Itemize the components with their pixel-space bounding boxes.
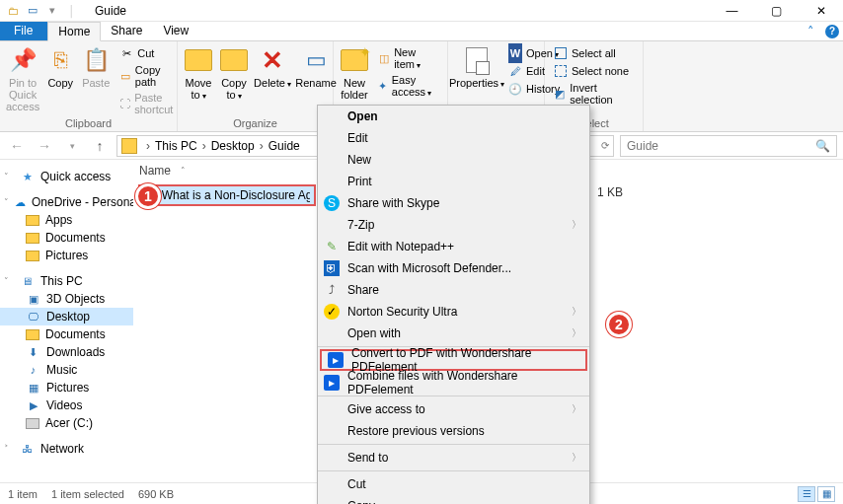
col-name[interactable]: Name˄ xyxy=(139,164,322,178)
select-none-button[interactable]: Select none xyxy=(551,63,637,79)
ctx-sendto[interactable]: Send to〉 xyxy=(318,447,589,468)
invert-selection-button[interactable]: ◩Invert selection xyxy=(551,81,637,107)
status-size: 690 KB xyxy=(138,488,174,500)
copy-path-button[interactable]: ▭Copy path xyxy=(116,63,179,89)
sidebar-network[interactable]: ˃🖧Network xyxy=(0,440,133,458)
sidebar-onedrive[interactable]: ˅☁OneDrive - Personal xyxy=(0,193,133,211)
ctx-copy[interactable]: Copy xyxy=(318,495,589,504)
copy-label: Copy xyxy=(47,77,73,89)
sidebar-quick-access[interactable]: ˅★Quick access xyxy=(0,168,133,185)
maximize-button[interactable]: ▢ xyxy=(754,0,799,22)
cloud-icon: ☁ xyxy=(15,195,26,209)
ctx-share[interactable]: ⤴Share xyxy=(318,279,589,301)
copy-button[interactable]: ⎘ Copy xyxy=(45,45,75,89)
paste-shortcut-button[interactable]: ⛶Paste shortcut xyxy=(116,91,179,116)
ctx-notepadpp[interactable]: ✎Edit with Notepad++ xyxy=(318,236,589,257)
skype-icon: S xyxy=(324,195,340,211)
tab-file[interactable]: File xyxy=(0,22,47,40)
quick-access-toolbar: 🗀 ▭ ▾ │ xyxy=(0,2,85,20)
crumb-guide[interactable]: Guide xyxy=(268,139,300,153)
paste-button[interactable]: 📋 Paste xyxy=(81,45,111,89)
new-item-button[interactable]: ◫New item xyxy=(375,45,441,71)
up-button[interactable]: ↑ xyxy=(89,135,111,157)
new-folder-button[interactable]: ✦New folder xyxy=(340,45,369,101)
ctx-openwith[interactable]: Open with〉 xyxy=(318,323,589,344)
objects3d-icon: ▣ xyxy=(26,292,40,306)
ctx-edit[interactable]: Edit xyxy=(318,127,589,149)
qat-save-icon[interactable]: ▭ xyxy=(24,2,41,20)
sidebar-documents-od[interactable]: Documents xyxy=(0,229,133,247)
sidebar-downloads[interactable]: ⬇Downloads xyxy=(0,343,133,361)
history-icon: 🕘 xyxy=(508,82,522,96)
cut-button[interactable]: ✂Cut xyxy=(116,45,179,61)
properties-icon xyxy=(466,47,488,73)
ctx-print[interactable]: Print xyxy=(318,171,589,192)
sidebar-apps[interactable]: Apps xyxy=(0,211,133,229)
chevron-right-icon: 〉 xyxy=(572,218,581,232)
tab-view[interactable]: View xyxy=(153,22,199,40)
recent-dropdown[interactable]: ▾ xyxy=(61,135,83,157)
desktop-icon: 🖵 xyxy=(26,310,40,324)
close-button[interactable]: ✕ xyxy=(799,0,843,22)
network-icon: 🖧 xyxy=(20,442,35,456)
ctx-restore[interactable]: Restore previous versions xyxy=(318,420,589,442)
annotation-badge-1: 1 xyxy=(135,183,161,209)
sidebar-documents[interactable]: Documents xyxy=(0,325,133,343)
ribbon-collapse-icon[interactable]: ˄ xyxy=(800,22,821,40)
refresh-icon[interactable]: ⟳ xyxy=(601,140,609,151)
move-to-button[interactable]: Move to xyxy=(184,45,213,101)
ctx-7zip[interactable]: 7-Zip〉 xyxy=(318,214,589,236)
view-large-icons-button[interactable]: ▦ xyxy=(817,486,835,502)
ctx-new[interactable]: New xyxy=(318,149,589,171)
defender-icon: ⛨ xyxy=(324,260,340,276)
sidebar-3dobjects[interactable]: ▣3D Objects xyxy=(0,290,133,308)
ctx-cut[interactable]: Cut xyxy=(318,473,589,495)
ctx-open[interactable]: Open xyxy=(318,106,589,127)
delete-icon: ✕ xyxy=(262,45,283,76)
ctx-pdf-convert[interactable]: ▸Convert to PDF with Wondershare PDFelem… xyxy=(320,349,587,371)
chevron-right-icon: 〉 xyxy=(572,326,581,340)
folder-icon xyxy=(26,215,39,226)
view-details-button[interactable]: ☰ xyxy=(798,486,815,502)
divider: │ xyxy=(63,2,81,20)
rename-button[interactable]: ▭Rename xyxy=(296,45,336,89)
ctx-skype[interactable]: SShare with Skype xyxy=(318,192,589,214)
search-box[interactable]: Guide 🔍 xyxy=(620,135,837,157)
back-button[interactable]: ← xyxy=(6,135,28,157)
ctx-norton[interactable]: ✓Norton Security Ultra〉 xyxy=(318,301,589,323)
pin-quick-access-button[interactable]: 📌 Pin to Quick access xyxy=(6,45,39,112)
crumb-desktop[interactable]: Desktop xyxy=(211,139,255,153)
file-row[interactable]: What is a Non-Disclosure Agreeme xyxy=(139,185,315,205)
tab-home[interactable]: Home xyxy=(47,22,101,41)
ctx-give-access[interactable]: Give access to〉 xyxy=(318,398,589,420)
sidebar-videos[interactable]: ▶Videos xyxy=(0,396,133,414)
ctx-defender[interactable]: ⛨Scan with Microsoft Defender... xyxy=(318,257,589,279)
sidebar-acer-c[interactable]: Acer (C:) xyxy=(0,414,133,432)
delete-button[interactable]: ✕Delete xyxy=(255,45,290,89)
folder-icon xyxy=(26,329,39,340)
edit-icon: 🖉 xyxy=(508,64,522,78)
sidebar-pictures[interactable]: ▦Pictures xyxy=(0,379,133,396)
sidebar-thispc[interactable]: ˅🖥This PC xyxy=(0,272,133,290)
qat-dropdown-icon[interactable]: ▾ xyxy=(43,2,61,20)
folder-icon xyxy=(26,251,39,261)
move-icon xyxy=(185,49,212,71)
select-all-button[interactable]: Select all xyxy=(551,45,637,61)
ctx-pdf-combine[interactable]: ▸Combine files with Wondershare PDFeleme… xyxy=(318,372,589,394)
search-icon: 🔍 xyxy=(815,139,830,153)
folder-icon: 🗀 xyxy=(4,2,22,20)
sidebar-music[interactable]: ♪Music xyxy=(0,361,133,379)
tab-share[interactable]: Share xyxy=(101,22,153,40)
share-icon: ⤴ xyxy=(324,282,340,298)
sidebar-desktop[interactable]: 🖵Desktop xyxy=(0,308,133,325)
copy-icon: ⎘ xyxy=(45,45,75,75)
sidebar-pictures-od[interactable]: Pictures xyxy=(0,247,133,264)
copy-to-button[interactable]: Copy to xyxy=(219,45,249,101)
help-button[interactable]: ? xyxy=(821,22,843,40)
minimize-button[interactable]: — xyxy=(710,0,754,22)
easy-access-button[interactable]: ✦Easy access xyxy=(375,73,441,99)
properties-button[interactable]: Properties xyxy=(454,45,499,89)
copy-path-icon: ▭ xyxy=(119,69,131,83)
crumb-thispc[interactable]: This PC xyxy=(155,139,197,153)
forward-button[interactable]: → xyxy=(34,135,55,157)
